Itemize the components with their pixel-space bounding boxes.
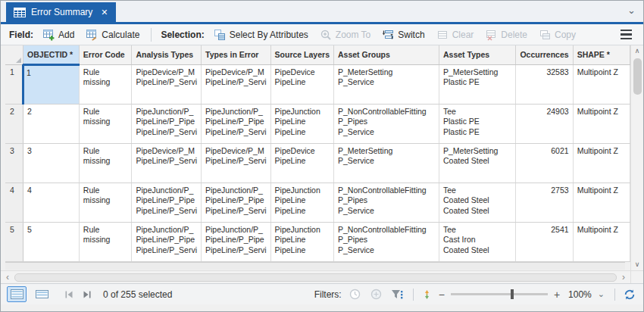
column-header-error_code[interactable]: Error Code [79, 45, 132, 64]
cell-asset_groups[interactable]: P_MeterSetting P_Service [333, 143, 439, 183]
zoom-out-icon[interactable]: − [439, 289, 445, 300]
column-header-occurrences[interactable]: Occurrences [516, 45, 573, 64]
cell-source_layers[interactable]: PipeDevice PipeLine [270, 64, 333, 104]
cell-occurrences[interactable]: 6021 [516, 143, 573, 183]
cell-occurrences[interactable]: 24903 [516, 104, 573, 143]
column-header-asset_types[interactable]: Asset Types [439, 45, 515, 64]
cell-asset_groups[interactable]: P_NonControllableFitting P_Pipes P_Servi… [333, 183, 439, 222]
cell-asset_types[interactable]: Tee Plastic PE Plastic PE [439, 104, 515, 143]
cell-shape[interactable]: Multipoint Z [573, 183, 630, 222]
statusbar-separator [614, 289, 615, 301]
vertical-scrollbar-thumb[interactable] [633, 58, 642, 95]
tab-error-summary[interactable]: Error Summary ✕ [6, 2, 116, 22]
switch-selection-button[interactable]: Switch [377, 27, 429, 42]
cell-asset_groups[interactable]: P_NonControllableFitting P_Pipes P_Servi… [333, 104, 439, 143]
calculate-field-button[interactable]: Calculate [81, 27, 144, 42]
switch-selection-icon [382, 29, 394, 41]
add-field-button[interactable]: Add [38, 27, 79, 42]
scroll-up-icon[interactable]: ∧ [635, 45, 640, 57]
field-group-label: Field: [9, 30, 33, 40]
zoom-in-icon[interactable]: + [554, 289, 560, 300]
cell-error_code[interactable]: Rule missing [79, 64, 132, 104]
cell-asset_types[interactable]: P_MeterSetting Plastic PE [439, 64, 515, 104]
refresh-icon[interactable] [622, 288, 637, 301]
table-row: 33Rule missingPipeDevice/P_M PipeLine/P_… [5, 143, 630, 183]
horizontal-scrollbar[interactable]: ‹ › [1, 270, 630, 283]
column-header-asset_groups[interactable]: Asset Groups [333, 45, 439, 64]
time-filter-icon [347, 287, 363, 301]
cell-shape[interactable]: Multipoint Z [573, 64, 630, 104]
zoom-slider[interactable] [451, 293, 548, 295]
cell-types_in_error[interactable]: PipeJunction/P_ PipeLine/P_Pipe PipeLine… [202, 183, 271, 222]
column-header-types_in_error[interactable]: Types in Error [202, 45, 271, 64]
zoom-to-label: Zoom To [336, 30, 370, 40]
empty-table-space [5, 262, 625, 270]
cell-objectid[interactable]: 1 [23, 64, 80, 104]
cell-occurrences[interactable]: 2541 [516, 222, 573, 261]
column-header-source_layers[interactable]: Source Layers [270, 45, 333, 64]
selection-filter-icon[interactable] [389, 288, 406, 301]
cell-analysis_types[interactable]: PipeJunction/P_ PipeLine/P_Pipe PipeLine… [132, 183, 202, 222]
zoom-level-dropdown[interactable]: 100% ⌄ [565, 289, 608, 300]
cell-objectid[interactable]: 5 [23, 222, 80, 261]
cell-occurrences[interactable]: 2753 [516, 183, 573, 222]
cell-occurrences[interactable]: 32583 [516, 64, 573, 104]
column-header-shape[interactable]: SHAPE * [573, 45, 630, 64]
row-header[interactable]: 3 [5, 143, 23, 183]
row-header[interactable]: 2 [5, 104, 23, 143]
select-all-corner[interactable] [5, 45, 23, 64]
cell-analysis_types[interactable]: PipeJunction/P_ PipeLine/P_Pipe PipeLine… [132, 104, 202, 143]
cell-source_layers[interactable]: PipeDevice PipeLine [270, 143, 333, 183]
horizontal-scrollbar-thumb[interactable] [14, 273, 617, 282]
cell-error_code[interactable]: Rule missing [79, 183, 132, 222]
filters-label: Filters: [314, 289, 342, 300]
select-by-attributes-label: Select By Attributes [230, 30, 308, 40]
column-header-analysis_types[interactable]: Analysis Types [132, 45, 202, 64]
scroll-left-icon[interactable]: ‹ [2, 272, 13, 283]
cell-types_in_error[interactable]: PipeDevice/P_M PipeLine/P_Servi [202, 64, 271, 104]
cell-analysis_types[interactable]: PipeDevice/P_M PipeLine/P_Servi [132, 64, 202, 104]
field-order-icon[interactable] [420, 288, 433, 301]
row-header[interactable]: 5 [5, 222, 23, 261]
cell-shape[interactable]: Multipoint Z [573, 104, 630, 143]
cell-types_in_error[interactable]: PipeDevice/P_M PipeLine/P_Servi [202, 143, 271, 183]
cell-asset_types[interactable]: Tee Cast Iron Coated Steel [439, 222, 515, 261]
row-header[interactable]: 1 [5, 64, 23, 104]
cell-shape[interactable]: Multipoint Z [573, 222, 630, 261]
cell-asset_types[interactable]: Tee Coated Steel Coated Steel [439, 183, 515, 222]
cell-types_in_error[interactable]: PipeJunction/P_ PipeLine/P_Pipe PipeLine… [202, 222, 271, 261]
cell-types_in_error[interactable]: PipeJunction/P_ PipeLine/P_Pipe PipeLine… [202, 104, 271, 143]
cell-shape[interactable]: Multipoint Z [573, 143, 630, 183]
cell-error_code[interactable]: Rule missing [79, 104, 132, 143]
cell-source_layers[interactable]: PipeJunction PipeLine PipeLine [270, 104, 333, 143]
scroll-down-icon[interactable]: ∨ [635, 259, 640, 270]
cell-asset_groups[interactable]: P_MeterSetting P_Service [333, 64, 439, 104]
selection-count-text: 0 of 255 selected [103, 289, 172, 300]
clear-selection-button: Clear [432, 27, 479, 42]
split-view-button[interactable] [32, 286, 52, 302]
cell-analysis_types[interactable]: PipeDevice/P_M PipeLine/P_Servi [132, 143, 202, 183]
cell-asset_types[interactable]: P_MeterSetting Coated Steel [439, 143, 515, 183]
cell-source_layers[interactable]: PipeJunction PipeLine PipeLine [270, 222, 333, 261]
cell-analysis_types[interactable]: PipeJunction/P_ PipeLine/P_Pipe PipeLine… [132, 222, 202, 261]
menu-icon[interactable] [618, 27, 634, 42]
vertical-scrollbar[interactable]: ∧ ∨ [630, 45, 643, 270]
cell-objectid[interactable]: 4 [23, 183, 80, 222]
cell-asset_groups[interactable]: P_NonControllableFitting P_Pipes P_Servi… [333, 222, 439, 261]
cell-error_code[interactable]: Rule missing [79, 143, 132, 183]
zoom-level-value: 100% [568, 289, 592, 300]
table-view-button[interactable] [7, 286, 27, 302]
cell-source_layers[interactable]: PipeJunction PipeLine PipeLine [270, 183, 333, 222]
chevron-down-icon[interactable]: ⌄ [627, 5, 636, 16]
cell-objectid[interactable]: 3 [23, 143, 80, 183]
scroll-right-icon[interactable]: › [618, 272, 629, 283]
copy-selection-button: Copy [534, 27, 580, 42]
scrollbar-corner [630, 270, 643, 283]
column-header-objectid[interactable]: OBJECTID * [23, 45, 80, 64]
select-by-attributes-button[interactable]: Select By Attributes [209, 27, 313, 42]
cell-error_code[interactable]: Rule missing [79, 222, 132, 261]
zoom-slider-thumb[interactable] [511, 289, 514, 299]
cell-objectid[interactable]: 2 [23, 104, 80, 143]
row-header[interactable]: 4 [5, 183, 23, 222]
close-icon[interactable]: ✕ [101, 8, 108, 17]
